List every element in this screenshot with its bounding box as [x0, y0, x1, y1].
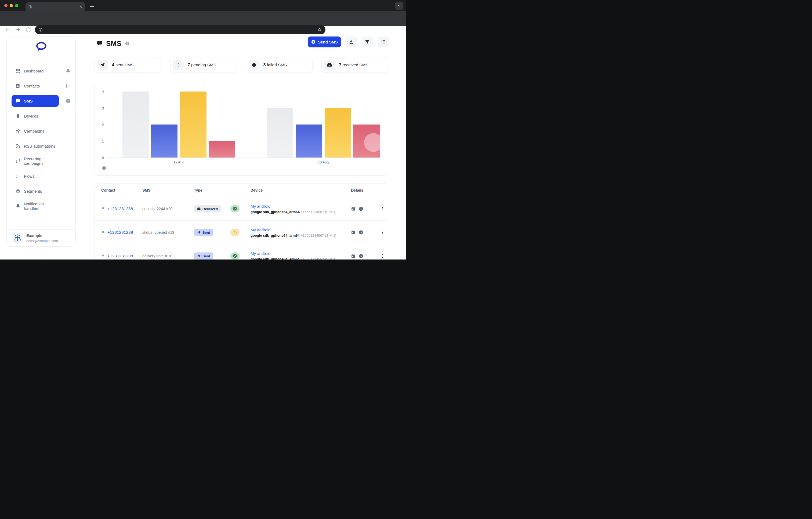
sidebar-item-dashboard[interactable]: Dashboard	[11, 65, 59, 77]
download-icon	[349, 39, 354, 44]
user-account[interactable]: Example hello@example.com	[12, 233, 58, 244]
inbox-icon	[327, 63, 332, 67]
bar-pending-12-aug	[180, 92, 206, 157]
bar-received-12-aug	[122, 92, 149, 157]
sidebar-item-sms[interactable]: SMS	[11, 95, 59, 107]
device-model-line: google sdk_gphone64_arm64 +15551234567 (…	[251, 233, 337, 237]
rocket-icon	[16, 128, 21, 133]
list-icon	[381, 39, 386, 44]
kebab-menu-icon[interactable]	[380, 253, 385, 258]
sidebar: DashboardContactsSMSDevicesCampaignsRSS …	[6, 36, 76, 247]
spinner-icon	[233, 230, 237, 234]
app-logo-speech-bubble	[35, 41, 48, 52]
alert-circle-icon	[252, 63, 256, 67]
back-button[interactable]	[4, 27, 11, 33]
stat-text: 3 failed SMS	[263, 63, 287, 67]
sidebar-item-label: Recurring campaigns	[24, 156, 59, 165]
plus-circle-icon	[311, 39, 316, 44]
device-name-link[interactable]: My android	[251, 204, 337, 208]
reload-button[interactable]	[25, 27, 32, 33]
column-header-device: Device	[251, 188, 263, 192]
stat-card-pending-sms: 7 pending SMS	[170, 57, 237, 72]
close-icon[interactable]	[79, 5, 82, 8]
repeat-icon	[16, 159, 21, 163]
checklist-icon	[16, 174, 21, 179]
type-badge-sent: Sent	[194, 228, 213, 236]
type-badge-sent: Sent	[194, 252, 213, 260]
traffic-light-close[interactable]	[4, 4, 7, 7]
y-tick-label: 4	[97, 90, 104, 94]
y-tick-label: 0	[97, 156, 104, 160]
contact-card-icon	[16, 84, 21, 88]
tab-search-button[interactable]	[395, 2, 403, 10]
stat-icon-box	[324, 60, 335, 70]
sidebar-item-label: Notification handlers	[24, 202, 59, 211]
info-icon[interactable]	[125, 41, 130, 46]
check-circle-icon	[233, 206, 237, 211]
chart-bars-icon[interactable]	[65, 84, 70, 89]
sms-text: status: queued #19	[142, 230, 174, 235]
user-name: Example	[26, 233, 58, 239]
column-header-details: Details	[351, 188, 363, 192]
kebab-menu-icon[interactable]	[380, 230, 385, 235]
contact-cell: +1231231238	[101, 206, 133, 211]
send-icon	[197, 231, 201, 234]
send-icon	[197, 254, 201, 257]
sms-table: ContactSMSTypeDeviceDetails +1231231238r…	[94, 183, 388, 260]
user-email: hello@example.com	[26, 239, 58, 243]
table-row: +1231231238status: queued #19SentMy andr…	[95, 221, 388, 244]
sidebar-item-rss-automations[interactable]: RSS automations	[11, 140, 59, 152]
plus-circle-icon[interactable]	[65, 98, 71, 103]
sidebar-item-flows[interactable]: Flows	[11, 170, 59, 182]
contact-cell: +1231231238	[101, 230, 133, 235]
sidebar-item-label: Devices	[24, 114, 38, 118]
table-row: +1231231238rx code: 2244 #20ReceivedMy a…	[95, 197, 388, 221]
sidebar-nav: DashboardContactsSMSDevicesCampaignsRSS …	[11, 65, 70, 215]
list-view-button[interactable]	[378, 36, 389, 47]
sidebar-item-label: RSS automations	[24, 144, 55, 148]
sidebar-item-campaigns[interactable]: Campaigns	[11, 125, 59, 137]
stat-icon-box	[249, 60, 259, 70]
grid-icon	[16, 68, 21, 73]
sidebar-item-notification-handlers[interactable]: Notification handlers	[11, 200, 59, 212]
page-title: SMS	[106, 39, 121, 48]
clock-icon	[358, 230, 364, 235]
chart-info-icon[interactable]	[102, 166, 106, 171]
filter-icon	[365, 39, 370, 44]
send-sms-label: Send SMS	[318, 40, 338, 44]
calendar-icon	[351, 206, 355, 211]
export-download-button[interactable]	[345, 36, 357, 47]
browser-tab[interactable]	[26, 2, 85, 11]
device-name-link[interactable]: My android	[251, 251, 337, 255]
x-category-label: 12 Aug	[167, 160, 191, 164]
contact-phone-link[interactable]: +1231231238	[108, 253, 133, 258]
sidebar-item-recurring-campaigns[interactable]: Recurring campaigns	[11, 155, 59, 167]
page-header: SMS	[97, 37, 130, 50]
bar-sent-13-aug	[296, 124, 322, 157]
sidebar-item-label: Campaigns	[24, 129, 44, 133]
device-name-link[interactable]: My android	[251, 227, 337, 232]
chevron-down-icon	[397, 3, 401, 8]
device-cell: My androidgoogle sdk_gphone64_arm64 +155…	[251, 251, 337, 260]
traffic-light-minimize[interactable]	[10, 4, 13, 7]
contact-phone-link[interactable]: +1231231238	[108, 206, 133, 211]
forward-button[interactable]	[14, 27, 21, 33]
traffic-light-zoom[interactable]	[15, 4, 18, 7]
clock-icon	[358, 253, 364, 258]
main-content: SMS Send SMS 4 sent SMS7 pending SMS3 fa…	[94, 26, 389, 260]
type-badge-label: Sent	[202, 230, 210, 234]
y-tick-label: 2	[97, 123, 104, 127]
sidebar-item-devices[interactable]: Devices	[11, 110, 59, 122]
new-tab-button[interactable]	[89, 3, 95, 10]
contact-phone-link[interactable]: +1231231238	[108, 230, 133, 235]
site-info-icon[interactable]	[38, 28, 43, 32]
kebab-menu-icon[interactable]	[380, 206, 385, 211]
bar-failed-12-aug	[209, 141, 235, 158]
sidebar-item-segments[interactable]: Segments	[11, 185, 59, 197]
filter-button[interactable]	[361, 36, 373, 47]
send-sms-button[interactable]: Send SMS	[308, 36, 341, 47]
sms-text: delivery note #18	[142, 254, 171, 258]
sidebar-item-contacts[interactable]: Contacts	[11, 80, 59, 92]
bell-icon[interactable]	[65, 68, 70, 73]
y-tick-label: 1	[97, 139, 104, 143]
